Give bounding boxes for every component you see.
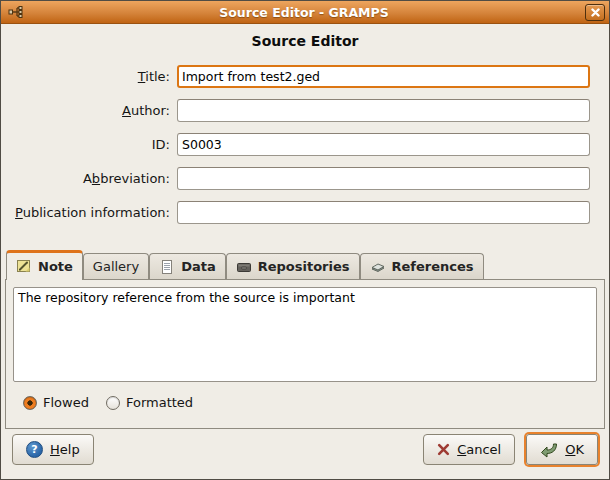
references-icon — [370, 259, 386, 275]
abbreviation-label: Abbreviation: — [7, 171, 177, 186]
tab-gallery[interactable]: Gallery — [83, 253, 149, 279]
window-title: Source Editor - GRAMPS — [23, 5, 585, 20]
tab-repositories-label: Repositories — [258, 259, 350, 274]
tab-references[interactable]: References — [360, 253, 484, 279]
note-format-options: Flowed Formatted — [23, 395, 597, 410]
note-text-area[interactable]: The repository reference from the source… — [13, 287, 597, 382]
data-icon — [159, 259, 175, 275]
repositories-icon — [236, 259, 252, 275]
id-input[interactable] — [177, 133, 590, 156]
ok-button-label: OK — [565, 442, 584, 457]
formatted-radio-option[interactable]: Formatted — [106, 395, 193, 410]
form-row-author: Author: — [7, 99, 590, 122]
form-row-id: ID: — [7, 133, 590, 156]
dialog-action-area: ? Help Cancel OK — [1, 434, 609, 465]
cancel-button[interactable]: Cancel — [423, 434, 515, 465]
tab-gallery-label: Gallery — [93, 259, 139, 274]
note-tab-panel: The repository reference from the source… — [5, 279, 605, 429]
tab-repositories[interactable]: Repositories — [226, 253, 360, 279]
author-label: Author: — [7, 103, 177, 118]
close-icon — [591, 8, 600, 17]
source-editor-window: Source Editor - GRAMPS Source Editor Tit… — [0, 0, 610, 480]
tab-data-label: Data — [181, 259, 216, 274]
note-icon — [16, 258, 32, 274]
title-input[interactable] — [177, 65, 590, 88]
source-form: Title: Author: ID: Abbreviation: Publica… — [1, 65, 609, 235]
title-label: Title: — [7, 69, 177, 84]
abbreviation-input[interactable] — [177, 167, 590, 190]
help-icon: ? — [26, 441, 43, 458]
tab-note[interactable]: Note — [6, 250, 83, 280]
help-button-label: Help — [50, 442, 80, 457]
form-row-title: Title: — [7, 65, 590, 88]
formatted-radio-label: Formatted — [126, 395, 193, 410]
close-button[interactable] — [585, 4, 605, 21]
ok-icon — [540, 442, 558, 458]
tab-data[interactable]: Data — [149, 253, 226, 279]
page-title: Source Editor — [1, 33, 609, 52]
notebook-tabbar: Note Gallery Data Repositories — [6, 249, 605, 279]
cancel-icon — [437, 443, 450, 456]
form-row-publication: Publication information: — [7, 201, 590, 224]
ok-button[interactable]: OK — [526, 434, 598, 465]
flowed-radio-label: Flowed — [43, 395, 89, 410]
tab-references-label: References — [392, 259, 474, 274]
help-button[interactable]: ? Help — [12, 434, 94, 465]
form-row-abbreviation: Abbreviation: — [7, 167, 590, 190]
flowed-radio-option[interactable]: Flowed — [23, 395, 89, 410]
cancel-button-label: Cancel — [457, 442, 501, 457]
publication-input[interactable] — [177, 201, 590, 224]
author-input[interactable] — [177, 99, 590, 122]
id-label: ID: — [7, 137, 177, 152]
titlebar[interactable]: Source Editor - GRAMPS — [1, 1, 609, 24]
gramps-logo-icon — [7, 4, 23, 20]
tab-note-label: Note — [38, 259, 73, 274]
flowed-radio-button[interactable] — [23, 396, 37, 410]
publication-label: Publication information: — [7, 205, 177, 220]
formatted-radio-button[interactable] — [106, 396, 120, 410]
